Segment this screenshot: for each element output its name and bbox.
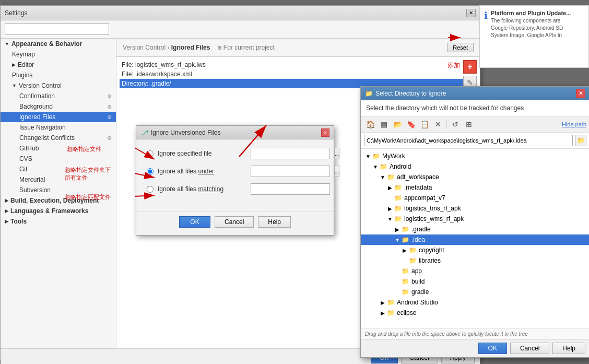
tree-item-android-studio[interactable]: ▶ 📁 Android Studio [361,297,589,308]
hide-path-button[interactable]: Hide path [562,121,586,127]
file-entry[interactable]: File: logistics_wms_rf_apk.iws [120,60,477,69]
folder-icon: 📁 [394,184,402,191]
no-arrow-icon [394,268,400,274]
tree-item-gradle[interactable]: ▶ 📁 .gradle [361,224,589,234]
sidebar-item-subversion[interactable]: Subversion [1,185,116,195]
sidebar-item-appearance[interactable]: ▼ Appearance & Behavior [1,39,116,49]
sidebar-item-label: Editor [18,61,34,68]
tree-label: app [411,267,422,275]
sidebar-item-label: Subversion [19,186,51,194]
sidebar-item-tools[interactable]: ▶ Tools [1,216,116,227]
tree-item-appcompat[interactable]: 📁 appcompat_v7 [361,193,589,203]
bookmark-button[interactable]: 🔖 [405,119,417,130]
path-input[interactable] [364,135,573,146]
dir-footer-note: Drag and drop a file into the space abov… [361,328,589,339]
tree-item-logistics-tms[interactable]: ▶ 📁 logistics_tms_rf_apk [361,203,589,214]
folder-icon: 📁 [402,236,409,243]
sidebar-item-label: Tools [10,218,27,225]
file-entry[interactable]: File: .idea/workspace.xml [120,69,477,79]
sidebar-item-background[interactable]: Background ⚙ [1,101,116,112]
select-dir-footer: OK Cancel Help [361,339,589,357]
tree-item-idea[interactable]: ▼ 📁 .idea [361,234,589,245]
sidebar-item-version-control[interactable]: ▼ Version Control [1,80,116,91]
sidebar-item-ignored-files[interactable]: Ignored Files ⚙ [1,112,116,122]
select-dir-subtitle: Select the directory which will not be t… [361,100,589,116]
list-button[interactable]: ▤ [378,119,390,130]
path-browse-button[interactable]: 📁 [575,135,586,146]
tree-item-gradle-folder[interactable]: 📁 gradle [361,287,589,297]
sort-button[interactable]: ⊞ [463,119,475,130]
sidebar-item-plugins[interactable]: Plugins [1,70,116,80]
add-file-button[interactable]: + [463,60,477,74]
sidebar-item-issue-navigation[interactable]: Issue Navigation [1,122,116,133]
expand-arrow-icon: ▼ [372,164,379,170]
folder-icon: 📁 [365,90,373,97]
notification-panel: ℹ Platform and Plugin Update... The foll… [479,5,589,68]
ignore-ok-button[interactable]: OK [179,216,210,228]
sidebar-item-changelist[interactable]: Changelist Conflicts ⚙ [1,133,116,143]
tree-item-build[interactable]: 📁 build [361,276,589,287]
expand-arrow-icon: ▼ [5,41,9,46]
close-button[interactable]: ✕ [466,9,476,17]
ignore-dialog-body: Ignore specified file ... Ignore all fil… [136,139,334,209]
refresh-button[interactable]: ↺ [449,119,462,130]
ignore-dialog-title: ⎇ Ignore Unversioned Files [140,128,220,137]
home-button[interactable]: 🏠 [364,119,376,130]
tree-item-app[interactable]: 📁 app [361,266,589,276]
ignore-matching-input[interactable] [251,183,330,195]
gear-icon: ⚙ [107,114,112,120]
sidebar-item-editor[interactable]: ▶ Editor [1,60,116,70]
tree-item-logistics-wms[interactable]: ▼ 📁 logistics_wms_rf_apk [361,214,589,224]
sidebar-item-cvs[interactable]: CVS [1,154,116,164]
sidebar-item-label: Background [19,103,53,110]
reset-button[interactable]: Reset [447,43,474,52]
folder-icon: 📁 [402,226,409,233]
add-annotation: 添加 [447,61,460,70]
tree-item-android[interactable]: ▼ 📁 Android [361,161,589,172]
ignore-cancel-button[interactable]: Cancel [215,216,254,228]
select-dir-ok-button[interactable]: OK [478,343,507,354]
sidebar-item-mercurial[interactable]: Mercurial [1,174,116,185]
browse-file-button[interactable]: ... [334,148,339,159]
ignore-help-button[interactable]: Help [258,216,291,228]
sidebar-item-git[interactable]: Git [1,164,116,174]
sidebar-item-confirmation[interactable]: Confirmation ⚙ [1,91,116,101]
delete-button[interactable]: ✕ [432,119,444,130]
sidebar-item-label: Ignored Files [19,113,55,121]
expand-arrow-icon: ▶ [380,310,386,316]
sidebar-item-label: Build, Execution, Deployment [10,197,99,204]
select-dir-cancel-button[interactable]: Cancel [510,343,549,354]
sidebar-item-github[interactable]: GitHub [1,143,116,154]
tree-label: .metadata [404,184,432,191]
sidebar-item-keymap[interactable]: Keymap [1,49,116,60]
tree-item-mywork[interactable]: ▼ 📁 MyWork [361,151,589,161]
tree-label: eclipse [397,309,416,316]
tree-item-eclipse[interactable]: ▶ 📁 eclipse [361,308,589,318]
ignore-matching-radio[interactable] [147,186,154,193]
folder-icon: 📁 [394,194,402,202]
select-dir-close-button[interactable]: ✕ [576,89,585,98]
copy-button[interactable]: 📋 [418,119,431,130]
tree-item-libraries[interactable]: 📁 libraries [361,255,589,266]
sidebar-item-languages[interactable]: ▶ Languages & Frameworks [1,206,116,216]
tree-item-adt-workspace[interactable]: ▼ 📁 adt_workspace [361,172,589,182]
ignore-file-input[interactable] [251,148,330,159]
expand-arrow-icon: ▶ [394,227,400,232]
select-dir-help-button[interactable]: Help [552,343,585,354]
ignore-file-label: Ignore specified file [158,150,246,157]
sidebar-item-build[interactable]: ▶ Build, Execution, Deployment [1,195,116,206]
ignore-under-radio[interactable] [147,168,154,175]
tree-item-metadata[interactable]: ▶ 📁 .metadata [361,182,589,193]
tree-item-copyright[interactable]: ▶ 📁 copyright [361,245,589,255]
sidebar-item-label: Appearance & Behavior [11,40,82,48]
browse-under-button[interactable]: ... [334,166,339,177]
new-folder-button[interactable]: 📂 [391,119,404,130]
search-input[interactable] [5,24,109,35]
expand-arrow-icon: ▶ [387,206,393,212]
notification-line3: System Image, Google APIs In [491,32,571,38]
settings-titlebar: Settings ✕ [1,6,480,20]
ignore-under-input[interactable] [251,166,330,177]
ignore-dialog-close[interactable]: ✕ [321,128,329,137]
ignore-file-radio[interactable] [147,150,154,157]
settings-sidebar: ▼ Appearance & Behavior Keymap ▶ Editor … [1,39,116,348]
